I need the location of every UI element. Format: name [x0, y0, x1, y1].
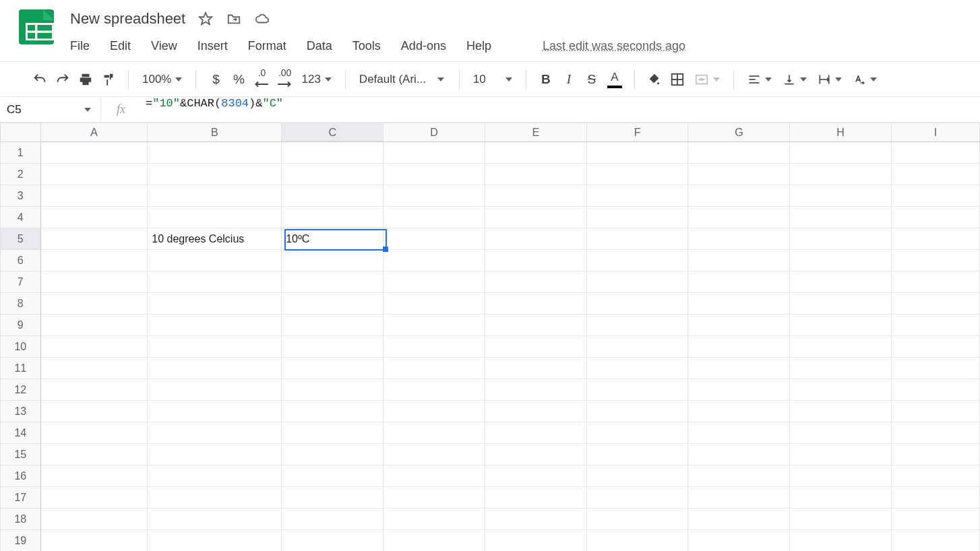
row-header-18[interactable]: 18 — [1, 509, 41, 530]
cell-B2[interactable] — [148, 164, 282, 185]
cell-A14[interactable] — [40, 422, 148, 444]
cell-C19[interactable] — [282, 530, 384, 552]
cell-D8[interactable] — [384, 293, 485, 315]
increase-decimal-button[interactable]: .00 — [274, 68, 295, 91]
row-header-15[interactable]: 15 — [1, 444, 41, 465]
cell-B9[interactable] — [148, 315, 282, 336]
cell-H11[interactable] — [790, 358, 892, 379]
cell-B3[interactable] — [148, 185, 282, 207]
cell-C12[interactable] — [282, 379, 384, 401]
row-header-2[interactable]: 2 — [1, 164, 41, 185]
cell-I4[interactable] — [891, 207, 979, 228]
cell-G8[interactable] — [688, 293, 790, 315]
cell-A3[interactable] — [40, 185, 148, 207]
cell-D9[interactable] — [384, 315, 485, 336]
cell-B17[interactable] — [148, 487, 282, 509]
cell-E8[interactable] — [485, 293, 586, 315]
cell-D10[interactable] — [384, 336, 485, 358]
cell-F18[interactable] — [586, 509, 688, 530]
cell-B11[interactable] — [148, 358, 282, 379]
cell-I7[interactable] — [891, 271, 979, 293]
cell-E1[interactable] — [485, 142, 586, 164]
cell-B19[interactable] — [148, 530, 282, 552]
cell-F12[interactable] — [586, 379, 688, 401]
cell-E3[interactable] — [485, 185, 586, 207]
menu-format[interactable]: Format — [248, 39, 286, 53]
cell-H6[interactable] — [790, 250, 892, 271]
cell-B18[interactable] — [148, 509, 282, 530]
cell-D15[interactable] — [384, 444, 485, 465]
cell-C17[interactable] — [282, 487, 384, 509]
cell-H13[interactable] — [790, 401, 892, 422]
cell-F19[interactable] — [586, 530, 688, 552]
menu-edit[interactable]: Edit — [110, 39, 131, 53]
cell-G11[interactable] — [688, 358, 790, 379]
cell-H16[interactable] — [790, 465, 892, 487]
cell-F16[interactable] — [586, 465, 688, 487]
cell-F2[interactable] — [586, 164, 688, 185]
cell-I17[interactable] — [891, 487, 979, 509]
cell-C14[interactable] — [282, 422, 384, 444]
col-header-A[interactable]: A — [40, 123, 148, 142]
col-header-F[interactable]: F — [586, 123, 688, 142]
cell-D16[interactable] — [384, 465, 485, 487]
last-edit-link[interactable]: Last edit was seconds ago — [543, 39, 685, 53]
menu-view[interactable]: View — [151, 39, 177, 53]
menu-tools[interactable]: Tools — [353, 39, 381, 53]
cell-I10[interactable] — [891, 336, 979, 358]
cell-H4[interactable] — [790, 207, 892, 228]
cell-B12[interactable] — [148, 379, 282, 401]
cell-D17[interactable] — [384, 487, 485, 509]
cell-I16[interactable] — [891, 465, 979, 487]
name-box[interactable]: C5 — [0, 97, 101, 122]
cell-H15[interactable] — [790, 444, 892, 465]
cell-I9[interactable] — [891, 315, 979, 336]
cell-I13[interactable] — [891, 401, 979, 422]
star-icon[interactable] — [197, 11, 214, 27]
italic-button[interactable]: I — [559, 68, 579, 91]
row-header-11[interactable]: 11 — [1, 358, 41, 379]
sheets-logo-icon[interactable] — [19, 9, 54, 44]
cell-F3[interactable] — [586, 185, 688, 207]
cell-A8[interactable] — [40, 293, 148, 315]
cell-I3[interactable] — [891, 185, 979, 207]
cell-B8[interactable] — [148, 293, 282, 315]
cell-I15[interactable] — [891, 444, 979, 465]
cell-E7[interactable] — [485, 271, 586, 293]
cell-A9[interactable] — [40, 315, 148, 336]
cell-G7[interactable] — [688, 271, 790, 293]
decrease-decimal-button[interactable]: .0 — [251, 68, 272, 91]
cell-C10[interactable] — [282, 336, 384, 358]
menu-file[interactable]: File — [70, 39, 90, 53]
cell-E10[interactable] — [485, 336, 586, 358]
col-header-C[interactable]: C — [282, 123, 384, 142]
row-header-9[interactable]: 9 — [1, 315, 41, 336]
cell-E17[interactable] — [485, 487, 586, 509]
cell-G13[interactable] — [688, 401, 790, 422]
cell-C9[interactable] — [282, 315, 384, 336]
cell-A5[interactable] — [40, 228, 148, 250]
cell-A12[interactable] — [40, 379, 148, 401]
cell-H7[interactable] — [790, 271, 892, 293]
cell-A2[interactable] — [40, 164, 148, 185]
cell-F10[interactable] — [586, 336, 688, 358]
menu-insert[interactable]: Insert — [197, 39, 228, 53]
cell-G18[interactable] — [688, 509, 790, 530]
cell-F15[interactable] — [586, 444, 688, 465]
cell-G10[interactable] — [688, 336, 790, 358]
cell-E18[interactable] — [485, 509, 586, 530]
font-family-select[interactable]: Default (Ari... — [355, 68, 450, 91]
cell-E12[interactable] — [485, 379, 586, 401]
cell-H5[interactable] — [790, 228, 892, 250]
cell-F6[interactable] — [586, 250, 688, 271]
cell-H12[interactable] — [790, 379, 892, 401]
font-size-select[interactable]: 10 — [469, 68, 516, 91]
cell-A16[interactable] — [40, 465, 148, 487]
cell-A17[interactable] — [40, 487, 148, 509]
cell-E13[interactable] — [485, 401, 586, 422]
cell-F5[interactable] — [586, 228, 688, 250]
cell-D6[interactable] — [384, 250, 485, 271]
text-color-button[interactable]: A — [605, 68, 625, 91]
cell-C1[interactable] — [282, 142, 384, 164]
cell-F9[interactable] — [586, 315, 688, 336]
